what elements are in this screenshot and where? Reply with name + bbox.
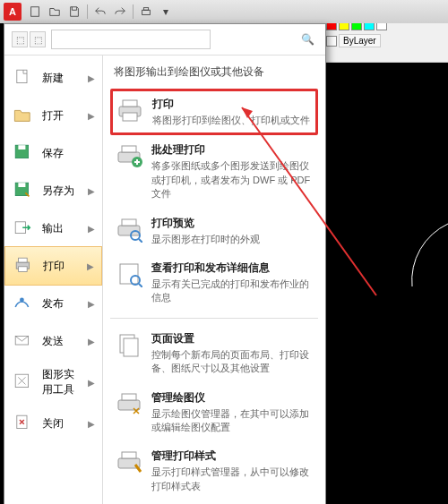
batch-print-icon: [116, 142, 142, 169]
titlebar: A ▾: [0, 0, 448, 23]
layer-color-icon[interactable]: [326, 36, 337, 47]
printer-icon: [116, 97, 143, 124]
chevron-right-icon: ▶: [88, 186, 95, 196]
expand-icon[interactable]: ⬚: [30, 31, 46, 47]
chevron-right-icon: ▶: [88, 224, 95, 234]
sub-item-title: 打印: [152, 97, 310, 112]
save-as-icon: [12, 179, 35, 202]
svg-rect-1: [142, 10, 151, 14]
menu-item-send[interactable]: 发送 ▶: [4, 322, 102, 360]
menu-item-folder-open[interactable]: 打开 ▶: [4, 97, 102, 134]
sub-item-title: 管理绘图仪: [151, 390, 313, 406]
chevron-right-icon: ▶: [88, 378, 95, 388]
sub-item-title: 查看打印和发布详细信息: [151, 261, 313, 276]
print-icon: [13, 254, 36, 278]
menu-item-label: 另存为: [42, 184, 81, 199]
menu-item-save[interactable]: 保存: [4, 134, 102, 172]
sub-item-desc: 显示绘图仪管理器，在其中可以添加或编辑绘图仪配置: [151, 407, 313, 435]
menu-item-label: 保存: [42, 146, 95, 161]
file-new-icon: [12, 66, 35, 90]
chevron-right-icon: ▶: [88, 337, 95, 346]
export-icon: [12, 217, 35, 240]
qat-redo-icon[interactable]: [110, 3, 130, 21]
menu-item-print[interactable]: 打印 ▶: [4, 246, 102, 286]
menu-item-publish[interactable]: 发布 ▶: [4, 285, 102, 322]
send-icon: [12, 329, 35, 353]
publish-icon: [12, 292, 35, 315]
search-icon[interactable]: 🔍: [301, 33, 314, 46]
chevron-right-icon: ▶: [88, 73, 95, 83]
qat-save-icon[interactable]: [65, 3, 84, 21]
qat-new-icon[interactable]: [25, 3, 45, 21]
sub-item-title: 管理打印样式: [151, 448, 313, 464]
menu-item-label: 新建: [42, 71, 81, 86]
svg-rect-7: [18, 145, 25, 149]
svg-rect-19: [123, 100, 137, 107]
chevron-right-icon: ▶: [88, 419, 95, 429]
svg-rect-13: [19, 267, 28, 272]
ribbon: ByLayer: [323, 18, 448, 63]
svg-rect-2: [143, 8, 148, 11]
svg-rect-27: [120, 264, 138, 284]
qat-dropdown-icon[interactable]: ▾: [156, 3, 176, 21]
more-arrow-icon[interactable]: ▼: [110, 500, 318, 504]
sub-item-page-setup[interactable]: 页面设置 控制每个新布局的页面布局、打印设备、图纸尺寸以及其他设置: [110, 324, 318, 383]
page-setup-icon: [116, 331, 142, 358]
menu-item-file-new[interactable]: 新建 ▶: [4, 59, 102, 97]
svg-rect-30: [124, 338, 138, 356]
menu-item-label: 图形实用工具: [42, 367, 81, 397]
qat-undo-icon[interactable]: [90, 3, 110, 21]
search-input[interactable]: [51, 30, 211, 49]
plotter-icon: [116, 390, 142, 417]
menu-item-export[interactable]: 输出 ▶: [4, 209, 102, 247]
menu-item-label: 关闭: [42, 416, 81, 431]
chevron-right-icon: ▶: [88, 111, 95, 121]
sub-item-title: 打印预览: [151, 216, 260, 231]
svg-point-14: [20, 298, 24, 303]
sub-item-preview[interactable]: 打印预览 显示图形在打印时的外观: [110, 209, 318, 253]
menu-item-label: 输出: [42, 221, 81, 236]
details-icon: [116, 261, 142, 287]
svg-rect-32: [122, 394, 136, 400]
svg-rect-0: [31, 7, 39, 17]
sub-item-desc: 将多张图纸或多个图形发送到绘图仪或打印机，或者发布为 DWF 或 PDF 文件: [151, 159, 313, 201]
collapse-icon[interactable]: ⬚: [12, 31, 28, 47]
close-doc-icon: [12, 412, 35, 435]
tools-icon: [12, 371, 35, 394]
svg-rect-5: [17, 70, 27, 82]
layer-dropdown[interactable]: ByLayer: [339, 34, 381, 47]
menu-item-save-as[interactable]: 另存为 ▶: [4, 172, 102, 209]
svg-rect-25: [122, 219, 136, 226]
sub-item-printer[interactable]: 打印 将图形打印到绘图仪、打印机或文件: [110, 89, 318, 135]
menu-item-label: 发送: [42, 334, 81, 349]
chevron-right-icon: ▶: [87, 261, 94, 271]
menu-item-label: 打印: [43, 259, 80, 274]
sub-item-desc: 显示有关已完成的打印和发布作业的信息: [151, 278, 313, 305]
sub-item-styles[interactable]: 管理打印样式 显示打印样式管理器，从中可以修改打印样式表: [110, 441, 318, 500]
sub-item-details[interactable]: 查看打印和发布详细信息 显示有关已完成的打印和发布作业的信息: [110, 253, 318, 312]
menu-right: 将图形输出到绘图仪或其他设备 打印 将图形打印到绘图仪、打印机或文件 批处理打印…: [103, 56, 325, 504]
svg-rect-20: [123, 113, 137, 121]
folder-open-icon: [12, 104, 35, 127]
svg-rect-9: [18, 183, 25, 187]
menu-item-tools[interactable]: 图形实用工具 ▶: [4, 360, 102, 405]
sub-item-desc: 显示打印样式管理器，从中可以修改打印样式表: [151, 466, 313, 493]
sub-item-title: 批处理打印: [151, 142, 313, 158]
app-icon[interactable]: A: [4, 3, 22, 21]
preview-icon: [116, 216, 142, 243]
svg-rect-22: [122, 146, 136, 152]
sub-item-batch-print[interactable]: 批处理打印 将多张图纸或多个图形发送到绘图仪或打印机，或者发布为 DWF 或 P…: [110, 135, 318, 208]
submenu-title: 将图形输出到绘图仪或其他设备: [110, 63, 318, 81]
sub-item-desc: 显示图形在打印时的外观: [151, 233, 260, 246]
styles-icon: [116, 448, 142, 475]
svg-rect-12: [19, 258, 28, 262]
chevron-right-icon: ▶: [88, 299, 95, 309]
qat-print-icon[interactable]: [136, 3, 156, 21]
sub-item-plotter[interactable]: 管理绘图仪 显示绘图仪管理器，在其中可以添加或编辑绘图仪配置: [110, 383, 318, 442]
menu-item-close-doc[interactable]: 关闭 ▶: [4, 405, 102, 442]
menu-left: 新建 ▶ 打开 ▶ 保存 另存为 ▶ 输出 ▶ 打印 ▶ 发布 ▶ 发送 ▶ 图…: [4, 56, 103, 504]
save-icon: [12, 141, 35, 165]
qat-open-icon[interactable]: [45, 3, 65, 21]
app-menu: ⬚ ⬚ 🔍 新建 ▶ 打开 ▶ 保存 另存为 ▶ 输出 ▶ 打印 ▶ 发布 ▶ …: [4, 23, 326, 504]
menu-item-label: 发布: [42, 296, 81, 312]
